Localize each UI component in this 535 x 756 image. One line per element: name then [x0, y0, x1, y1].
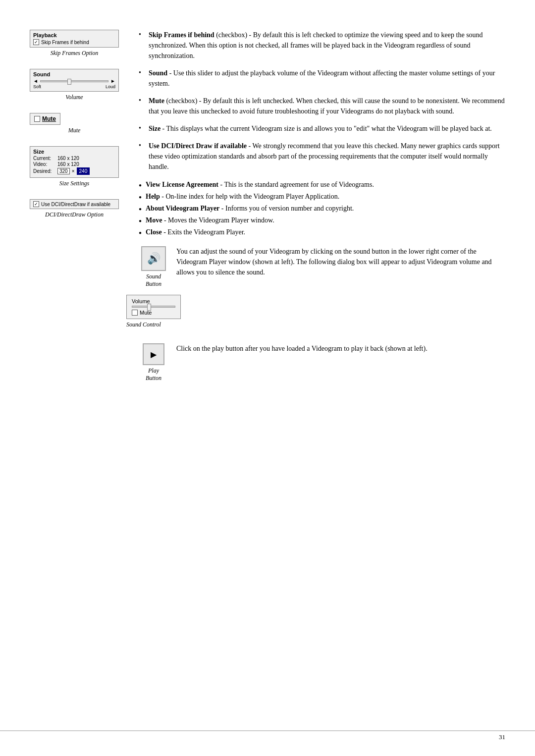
bottom-rule	[0, 730, 535, 731]
view-license-bold: View License Agreement	[146, 181, 218, 188]
dci-caption: DCI/DirectDraw Option	[30, 211, 119, 218]
vol-left-arrow[interactable]: ◄	[33, 78, 38, 84]
size-bullet-item: • Size - This displays what the current …	[139, 123, 505, 134]
about-item: ● About Videogram Player - Informs you o…	[139, 205, 505, 213]
vol-right-arrow[interactable]: ►	[110, 78, 115, 84]
small-dot-3: ●	[139, 205, 146, 213]
volume-dialog-label: Volume	[132, 298, 175, 304]
playback-title: Playback	[33, 32, 115, 38]
video-row: Video: 160 x 120	[33, 162, 115, 167]
move-item: ● Move - Moves the Videogram Player wind…	[139, 216, 505, 224]
skip-frames-bold: Skip Frames if behind	[149, 31, 214, 39]
sound-control-container: Volume Mute Sound Control	[126, 295, 181, 328]
sound-icon-side: 🔊 Sound Button Volume	[139, 246, 168, 328]
volume-dialog-thumb[interactable]	[147, 304, 151, 311]
sound-bullet-text: Sound - Use this slider to adjust the pl…	[149, 68, 505, 89]
video-label: Video:	[33, 162, 55, 167]
right-column: • Skip Frames if behind (checkbox) - By …	[129, 30, 505, 726]
mute-option: Mute Mute	[30, 113, 119, 134]
help-bold: Help	[146, 193, 160, 200]
mute-bullet-text: Mute (checkbox) - By default this is lef…	[149, 96, 505, 116]
volume-widget: Sound ◄ ► Soft Loud	[30, 69, 119, 92]
volume-dialog-track[interactable]	[132, 306, 175, 308]
sound-title: Sound	[33, 71, 115, 77]
volume-slider-track[interactable]	[40, 80, 108, 82]
play-button-label-line2: Button	[146, 375, 161, 381]
mute-label: Mute	[42, 115, 56, 122]
desired-width[interactable]: 320	[57, 168, 70, 174]
dci-checkbox[interactable]: ✓	[33, 201, 39, 207]
small-dot-4: ●	[139, 216, 146, 224]
about-bold: About Videogram Player	[146, 205, 219, 212]
page-number: 31	[499, 733, 505, 741]
view-license-text: View License Agreement - This is the sta…	[146, 181, 374, 189]
volume-dialog-slider	[132, 306, 175, 308]
desired-height[interactable]: 240	[77, 167, 90, 175]
volume-slider-thumb[interactable]	[67, 79, 71, 85]
skip-frames-option: Playback ✓ Skip Frames if behind Skip Fr…	[30, 30, 119, 57]
size-rest: - This displays what the current Videogr…	[160, 125, 492, 132]
sound-rest: - Use this slider to adjust the playback…	[149, 69, 495, 87]
sound-button-label-line2: Button	[146, 280, 161, 287]
loud-label: Loud	[106, 84, 115, 89]
help-item: ● Help - On-line index for help with the…	[139, 193, 505, 201]
size-caption: Size Settings	[30, 180, 119, 187]
about-rest: - Informs you of version number and copy…	[219, 205, 354, 212]
size-option: Size Current: 160 x 120 Video: 160 x 120…	[30, 146, 119, 187]
desired-x: ×	[72, 168, 75, 174]
size-bullet-text: Size - This displays what the current Vi…	[149, 123, 505, 134]
skip-frames-checkbox[interactable]: ✓	[33, 39, 39, 45]
small-dot-1: ●	[139, 181, 146, 189]
mute-rest: (checkbox) - By default this is left unc…	[149, 97, 505, 115]
current-row: Current: 160 x 120	[33, 156, 115, 161]
skip-frames-widget: Playback ✓ Skip Frames if behind	[30, 30, 119, 48]
skip-frames-label: Skip Frames if behind	[41, 40, 89, 45]
sound-button-caption: Sound Button	[146, 273, 161, 288]
close-text: Close - Exits the Videogram Player.	[146, 228, 245, 236]
bullet-1-dot: •	[139, 31, 149, 39]
mute-dialog-checkbox[interactable]	[132, 310, 138, 316]
sound-button-icon[interactable]: 🔊	[141, 246, 166, 271]
soft-label: Soft	[33, 84, 41, 89]
small-dot-5: ●	[139, 228, 146, 236]
about-text: About Videogram Player - Informs you of …	[146, 205, 354, 213]
play-icon-side: ▶ Play Button	[139, 343, 168, 382]
small-dot-2: ●	[139, 193, 146, 201]
mute-caption: Mute	[30, 127, 119, 134]
top-bullets: • Skip Frames if behind (checkbox) - By …	[139, 30, 505, 172]
move-bold: Move	[146, 216, 162, 224]
view-license-rest: - This is the standard agreement for use…	[218, 181, 374, 188]
move-text: Move - Moves the Videogram Player window…	[146, 216, 274, 224]
mute-dialog-row: Mute	[132, 310, 175, 316]
volume-caption: Volume	[30, 94, 119, 101]
help-text: Help - On-line index for help with the V…	[146, 193, 339, 201]
current-label: Current:	[33, 156, 55, 161]
dci-widget: ✓ Use DCI/DirectDraw if available	[30, 199, 119, 209]
skip-frames-checkbox-row: ✓ Skip Frames if behind	[33, 39, 115, 45]
sound-control-caption: Sound Control	[126, 321, 181, 328]
current-value: 160 x 120	[57, 156, 79, 161]
sound-bold: Sound	[149, 69, 167, 77]
play-button-caption: Play Button	[146, 367, 161, 382]
close-rest: - Exits the Videogram Player.	[162, 228, 245, 236]
volume-option: Sound ◄ ► Soft Loud Volume	[30, 69, 119, 101]
play-button-icon[interactable]: ▶	[143, 343, 164, 365]
close-item: ● Close - Exits the Videogram Player.	[139, 228, 505, 236]
dci-label: Use DCI/DirectDraw if available	[41, 202, 110, 207]
desired-label: Desired:	[33, 168, 55, 174]
view-license-item: ● View License Agreement - This is the s…	[139, 181, 505, 189]
mute-bold: Mute	[149, 97, 164, 105]
dci-bullet-text: Use DCI/Direct Draw if available - We st…	[149, 141, 505, 172]
bullet-5-dot: •	[139, 142, 149, 150]
size-widget: Size Current: 160 x 120 Video: 160 x 120…	[30, 146, 119, 178]
sound-control-dialog: Volume Mute	[126, 295, 181, 319]
play-button-label-line1: Play	[148, 367, 159, 374]
dci-bold: Use DCI/Direct Draw if available	[149, 142, 247, 150]
skip-frames-bullet-item: • Skip Frames if behind (checkbox) - By …	[139, 30, 505, 61]
mute-checkbox[interactable]	[34, 116, 40, 122]
close-bold: Close	[146, 228, 162, 236]
skip-frames-bullet-text: Skip Frames if behind (checkbox) - By de…	[149, 30, 505, 61]
mute-widget: Mute	[30, 113, 60, 125]
desired-row: Desired: 320 × 240	[33, 167, 115, 175]
sound-button-section: 🔊 Sound Button Volume	[139, 246, 505, 328]
